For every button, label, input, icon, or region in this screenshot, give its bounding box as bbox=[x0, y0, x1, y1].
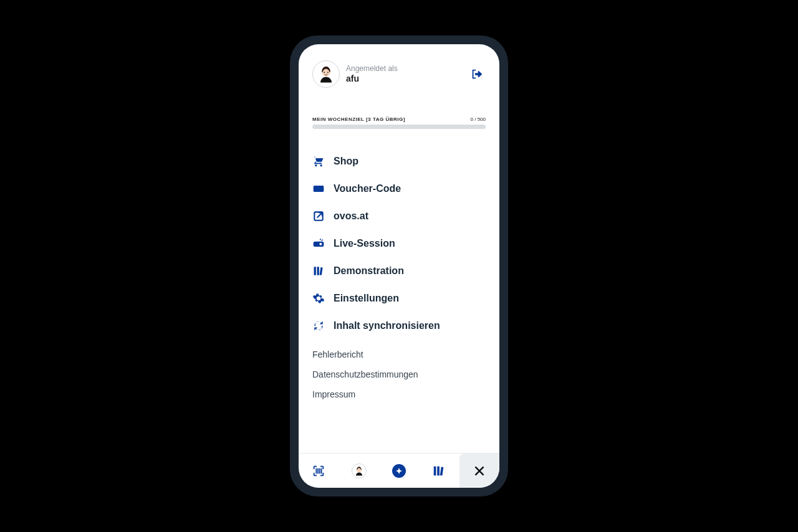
menu-item-label: Einstellungen bbox=[334, 293, 399, 304]
menu-item-ovos[interactable]: ovos.at bbox=[312, 202, 486, 230]
screen-content: Angemeldet als afu MEIN WOCHENZIEL [3 TA… bbox=[299, 44, 499, 453]
bottom-nav bbox=[299, 453, 499, 488]
menu-item-label: ovos.at bbox=[334, 211, 368, 222]
menu-item-live-session[interactable]: Live-Session bbox=[312, 230, 486, 257]
projector-icon bbox=[312, 237, 330, 250]
phone-frame: Angemeldet als afu MEIN WOCHENZIEL [3 TA… bbox=[290, 36, 508, 496]
svg-point-3 bbox=[327, 72, 329, 73]
weekly-goal-label: MEIN WOCHENZIEL [3 TAG ÜBRIG] bbox=[312, 116, 405, 122]
nav-profile-button[interactable] bbox=[339, 454, 378, 488]
logout-button[interactable] bbox=[468, 65, 486, 83]
gear-icon bbox=[312, 292, 330, 305]
cart-icon bbox=[312, 155, 330, 168]
menu-item-label: Inhalt synchronisieren bbox=[334, 320, 440, 331]
weekly-goal-progressbar bbox=[312, 125, 486, 129]
menu-item-sync[interactable]: Inhalt synchronisieren bbox=[312, 312, 486, 340]
user-text: Angemeldet als afu bbox=[346, 64, 468, 83]
stage: Angemeldet als afu MEIN WOCHENZIEL [3 TA… bbox=[0, 0, 798, 532]
nav-library-button[interactable] bbox=[419, 454, 459, 488]
svg-rect-9 bbox=[317, 267, 319, 275]
secondary-links: Fehlerbericht Datenschutzbestimmungen Im… bbox=[299, 340, 499, 404]
link-datenschutz[interactable]: Datenschutzbestimmungen bbox=[312, 364, 486, 384]
svg-rect-12 bbox=[434, 466, 436, 475]
menu-item-label: Voucher-Code bbox=[334, 183, 401, 194]
svg-point-2 bbox=[324, 72, 325, 73]
menu-item-voucher[interactable]: Voucher-Code bbox=[312, 175, 486, 202]
avatar[interactable] bbox=[312, 60, 340, 88]
menu-item-shop[interactable]: Shop bbox=[312, 148, 486, 175]
logout-icon bbox=[470, 67, 484, 81]
link-impressum[interactable]: Impressum bbox=[312, 384, 486, 404]
main-menu: Shop Voucher-Code ovos.at bbox=[299, 129, 499, 340]
menu-item-label: Shop bbox=[334, 156, 358, 167]
svg-point-7 bbox=[319, 243, 322, 245]
link-fehlerbericht[interactable]: Fehlerbericht bbox=[312, 344, 486, 364]
menu-item-demonstration[interactable]: Demonstration bbox=[312, 257, 486, 285]
weekly-goal-value: 0 / 500 bbox=[471, 116, 486, 122]
scan-icon bbox=[312, 464, 325, 478]
nav-explore-button[interactable] bbox=[379, 454, 419, 488]
compass-icon bbox=[392, 464, 406, 478]
progress-row: MEIN WOCHENZIEL [3 TAG ÜBRIG] 0 / 500 bbox=[312, 116, 486, 122]
logged-in-caption: Angemeldet als bbox=[346, 64, 468, 73]
svg-rect-10 bbox=[320, 267, 323, 275]
nav-scan-button[interactable] bbox=[299, 454, 339, 488]
sync-icon bbox=[312, 320, 330, 332]
external-link-icon bbox=[312, 210, 330, 222]
svg-rect-6 bbox=[314, 242, 324, 247]
app-screen: Angemeldet als afu MEIN WOCHENZIEL [3 TA… bbox=[299, 44, 499, 488]
nav-close-button[interactable] bbox=[459, 454, 499, 488]
close-icon bbox=[473, 465, 486, 477]
header: Angemeldet als afu bbox=[299, 44, 499, 94]
svg-rect-14 bbox=[440, 467, 444, 475]
menu-item-label: Live-Session bbox=[334, 238, 395, 249]
username: afu bbox=[346, 74, 468, 84]
ticket-icon bbox=[312, 183, 330, 195]
books-icon bbox=[432, 464, 446, 478]
books-icon bbox=[312, 265, 330, 277]
svg-rect-4 bbox=[314, 186, 324, 192]
svg-rect-13 bbox=[438, 466, 440, 475]
avatar-icon bbox=[315, 63, 337, 85]
avatar-icon bbox=[352, 463, 367, 478]
svg-rect-8 bbox=[314, 267, 316, 275]
menu-item-label: Demonstration bbox=[334, 265, 404, 277]
weekly-goal-section: MEIN WOCHENZIEL [3 TAG ÜBRIG] 0 / 500 bbox=[299, 94, 499, 129]
menu-item-settings[interactable]: Einstellungen bbox=[312, 285, 486, 312]
